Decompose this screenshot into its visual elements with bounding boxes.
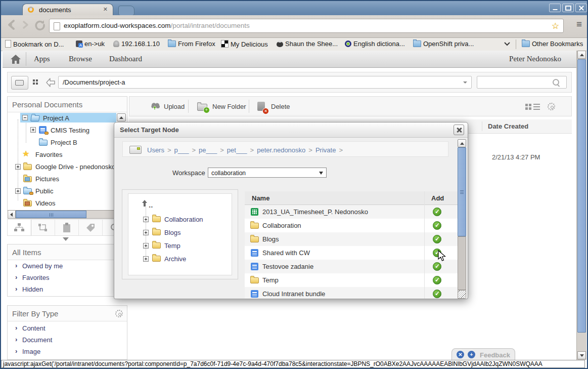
link-hidden[interactable]: Hidden (22, 285, 43, 293)
table-row[interactable]: Shared with CW (245, 246, 459, 260)
column-header-date-created[interactable]: Date Created (488, 122, 528, 130)
bookmark-item[interactable]: My Delicious (221, 40, 268, 49)
thumbnail-view-icon[interactable] (525, 104, 528, 106)
panel-header[interactable]: Personal Documents (8, 97, 127, 112)
chevron-down-icon[interactable] (463, 81, 467, 86)
bookmark-item[interactable]: en->uk (76, 40, 105, 49)
dialog-titlebar[interactable]: Select Target Node (114, 122, 468, 138)
breadcrumb-users[interactable]: Users (147, 146, 164, 154)
expand-icon[interactable] (143, 243, 149, 249)
panel-header[interactable]: Filter By Type (8, 306, 127, 321)
grid-view-icon[interactable] (33, 79, 35, 81)
link-image[interactable]: Image (22, 348, 40, 355)
expand-icon[interactable] (30, 127, 36, 133)
menu-hamburger-icon[interactable]: ≡ (576, 19, 582, 29)
feedback-widget[interactable]: ✕ + Feedback (451, 348, 515, 360)
link-favorites[interactable]: Favorites (22, 274, 49, 281)
scroll-down-button[interactable] (577, 351, 586, 359)
up-level-icon[interactable] (142, 200, 148, 207)
nav-item-browse[interactable]: Browse (69, 55, 92, 63)
workspace-select[interactable]: collaboration (208, 168, 327, 178)
tab-clipboard[interactable] (55, 220, 79, 235)
home-button[interactable] (7, 52, 26, 66)
add-check-button[interactable] (433, 290, 441, 298)
reload-button-icon[interactable] (33, 18, 47, 31)
tab-tags[interactable] (79, 220, 103, 235)
collapse-caret-icon[interactable] (63, 237, 69, 244)
scrollbar-thumb[interactable] (458, 147, 466, 236)
chevron-down-icon[interactable] (504, 42, 510, 46)
dialog-close-button[interactable] (454, 125, 464, 135)
gear-icon[interactable] (548, 103, 555, 110)
user-menu[interactable]: Peter Nedonosko (509, 55, 561, 63)
bookmark-item[interactable]: Bookmark on D... (5, 40, 64, 49)
back-button-icon[interactable] (5, 18, 18, 31)
add-check-button[interactable] (433, 221, 441, 230)
new-tab-button[interactable] (118, 6, 134, 16)
breadcrumb-p[interactable]: p___ (174, 146, 189, 154)
gear-icon[interactable] (115, 310, 123, 317)
bookmark-item[interactable]: Shaun the Shee... (277, 40, 338, 49)
back-arrow-icon[interactable] (45, 77, 56, 88)
collapse-icon[interactable] (22, 115, 28, 120)
bookmark-item[interactable]: From Firefox (168, 40, 215, 49)
tab-close-icon[interactable]: ✕ (103, 6, 108, 13)
add-check-button[interactable] (433, 276, 441, 284)
breadcrumb-peter-nedonosko[interactable]: peter.nedonosko (257, 146, 305, 154)
close-icon[interactable]: ✕ (457, 351, 464, 358)
table-row[interactable]: 2013_UA_Timesheet_P. Nedonosko (245, 205, 459, 219)
scroll-up-button[interactable] (577, 51, 586, 59)
breadcrumb-pet[interactable]: pet___ (227, 146, 247, 154)
expand-icon[interactable] (15, 188, 21, 194)
tree-scroll-up-button[interactable] (117, 113, 126, 121)
dialog-scrollbar[interactable] (458, 139, 466, 299)
expand-icon[interactable] (143, 217, 149, 222)
breadcrumb-pe[interactable]: pe___ (199, 146, 217, 154)
path-address-combo[interactable]: /Documents/project-a (58, 76, 472, 89)
table-row[interactable]: Cloud Intranet bundle (245, 287, 459, 299)
bookmark-item[interactable]: OpenShift priva... (413, 40, 474, 49)
add-check-button[interactable] (433, 262, 441, 271)
bookmark-item[interactable]: English dictiona... (345, 40, 405, 49)
window-close-button[interactable] (575, 4, 587, 12)
tab-relations[interactable] (31, 220, 55, 235)
link-owned-by-me[interactable]: Owned by me (22, 262, 63, 270)
table-row[interactable]: Testovoe zadanie (245, 260, 459, 273)
expand-icon[interactable] (143, 256, 149, 262)
search-input[interactable] (479, 77, 555, 88)
nav-item-dashboard[interactable]: Dashboard (109, 55, 142, 63)
view-mode-button[interactable] (11, 76, 28, 90)
window-maximize-button[interactable] (562, 4, 574, 12)
arrow-left-icon[interactable] (8, 211, 16, 218)
forward-button-icon[interactable] (20, 18, 31, 31)
resize-grip[interactable] (458, 290, 466, 299)
expand-icon[interactable] (15, 164, 21, 170)
tree-horizontal-scrollbar[interactable] (8, 210, 120, 219)
scrollbar-track[interactable] (458, 236, 466, 290)
add-check-button[interactable] (433, 208, 441, 216)
bookmark-item[interactable]: 192.168.1.10 (113, 40, 160, 49)
url-bar[interactable]: exoplatform.cloud-workspaces.com/portal/… (49, 19, 564, 33)
scroll-up-button[interactable] (458, 139, 466, 147)
table-row[interactable]: Blogs (245, 232, 459, 246)
nav-item-apps[interactable]: Apps (34, 55, 50, 63)
expand-icon[interactable] (143, 230, 149, 235)
browser-scrollbar[interactable] (576, 51, 586, 360)
table-row[interactable]: Temp (245, 273, 459, 287)
plus-icon[interactable]: + (468, 351, 475, 358)
up-level-label[interactable]: .. (149, 200, 153, 209)
search-icon[interactable] (553, 79, 559, 86)
table-row[interactable]: Collaboration (245, 219, 459, 232)
scrollbar-thumb[interactable] (577, 59, 586, 333)
other-bookmarks[interactable]: Other Bookmarks (522, 40, 583, 49)
window-minimize-button[interactable] (549, 4, 561, 12)
add-check-button[interactable] (433, 235, 441, 243)
list-view-icon[interactable] (533, 104, 540, 105)
bookmark-star-icon[interactable]: ☆ (552, 21, 559, 31)
tab-explorer[interactable] (8, 220, 31, 235)
search-box[interactable] (477, 76, 567, 89)
scrollbar-thumb[interactable] (16, 211, 86, 218)
link-document[interactable]: Document (22, 336, 52, 344)
panel-header[interactable]: All Items (8, 244, 127, 260)
link-content[interactable]: Content (22, 324, 46, 332)
